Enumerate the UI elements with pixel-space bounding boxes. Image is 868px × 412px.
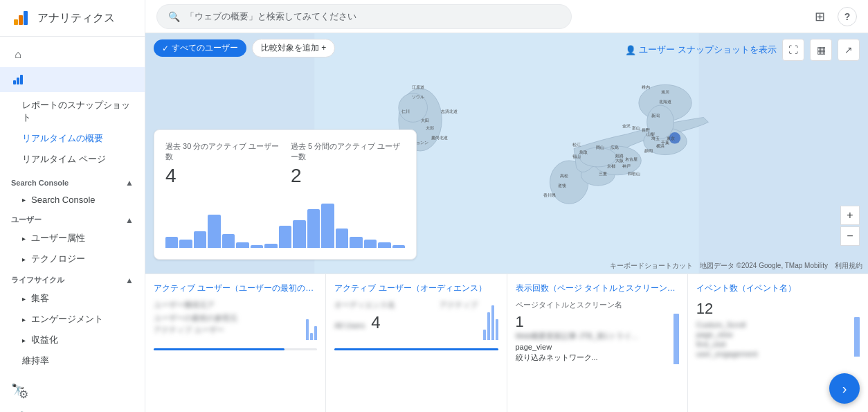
mini-bar-2 xyxy=(310,333,313,340)
svg-text:道後: 道後 xyxy=(558,183,566,188)
card2-value: All Users 4 xyxy=(334,313,477,332)
section-users-label: ユーザー xyxy=(11,215,42,225)
nav-technology-label: テクノロジー xyxy=(31,253,85,265)
svg-text:広島: 広島 xyxy=(611,145,619,150)
card3-title[interactable]: 表示回数（ページ タイトルとスクリーン名） xyxy=(516,283,679,294)
svg-text:富山: 富山 xyxy=(632,125,640,130)
stat-30min-label: 過去 30 分のアクティブ ユーザー数 xyxy=(165,141,280,162)
svg-text:仁川: 仁川 xyxy=(401,109,410,114)
nav-retention[interactable]: 維持率 xyxy=(0,350,145,371)
bar-3 xyxy=(194,231,206,248)
section-lifecycle-chevron[interactable]: ▲ xyxy=(125,276,134,285)
svg-rect-1 xyxy=(19,15,23,25)
main-content: 🔍 「ウェブの概要」と検索してみてください ⊞ ? ✓ すべてのユーザー 比較対… xyxy=(145,0,868,412)
svg-text:高松: 高松 xyxy=(560,173,568,178)
svg-rect-2 xyxy=(24,11,28,25)
card4-title[interactable]: イベント数（イベント名） xyxy=(696,283,860,294)
grid-view-button[interactable]: ▦ xyxy=(810,39,832,61)
nav-realtime-page[interactable]: リアルタイム ページ xyxy=(0,149,145,170)
topbar: 🔍 「ウェブの概要」と検索してみてください ⊞ ? xyxy=(145,0,868,33)
nav-user-attr[interactable]: ▸ ユーザー属性 xyxy=(0,228,145,249)
bar-17 xyxy=(392,245,405,248)
sidebar-item-home[interactable]: ⌂ xyxy=(0,42,145,67)
card2-count: 4 xyxy=(371,313,380,332)
zoom-in-button[interactable]: + xyxy=(840,206,860,225)
share-button[interactable]: ↗ xyxy=(838,39,860,61)
section-users-chevron[interactable]: ▲ xyxy=(125,215,134,225)
bar-8 xyxy=(264,244,277,248)
card1-title[interactable]: アクティブ ユーザー（ユーザーの最初の参照元▼） xyxy=(154,283,317,294)
nav-monetize-expand: ▸ xyxy=(22,337,26,344)
card1-label: ユーザー獲得元ア xyxy=(154,300,300,310)
card4-item3: first_visit xyxy=(696,340,826,348)
card3-item2[interactable]: page_view xyxy=(516,343,646,351)
grid-apps-button[interactable]: ⊞ xyxy=(807,4,832,29)
svg-text:大邱: 大邱 xyxy=(426,125,434,130)
svg-text:香川県: 香川県 xyxy=(543,192,556,197)
section-search-console-chevron[interactable]: ▲ xyxy=(125,178,134,188)
stat-30min: 過去 30 分のアクティブ ユーザー数 4 xyxy=(165,141,280,187)
bar-5 xyxy=(222,234,235,248)
card1-progress xyxy=(154,348,317,350)
stat-5min-label: 過去 5 分間のアクティブ ユーザー数 xyxy=(291,141,405,162)
stat-5min-value: 2 xyxy=(291,165,405,187)
snapshot-button[interactable]: 👤 ユーザー スナップショットを表示 xyxy=(625,44,777,56)
card3-bar xyxy=(673,314,679,364)
bar-11 xyxy=(307,209,320,248)
card4-item4: user_engagement xyxy=(696,350,826,358)
bar-10 xyxy=(293,220,305,248)
nav-monetize[interactable]: ▸ 収益化 xyxy=(0,330,145,350)
card-pageviews: 表示回数（ページ タイトルとスクリーン名） ページタイトルとスクリーン名 1 W… xyxy=(507,274,688,412)
nav-realtime-overview[interactable]: リアルタイムの概要 xyxy=(0,128,145,149)
map-controls: 👤 ユーザー スナップショットを表示 ⛶ ▦ ↗ xyxy=(625,39,860,61)
card2-bar1 xyxy=(483,330,486,340)
nav-search-console[interactable]: ▸ Search Console xyxy=(0,190,145,209)
card-active-users-audience: アクティブ ユーザー（オーディエンス） オーディエンス名 アクティブ All U… xyxy=(326,274,507,412)
nav-technology[interactable]: ▸ テクノロジー xyxy=(0,249,145,269)
reports-icon xyxy=(11,73,25,87)
nav-snapshots[interactable]: レポートのスナップショット xyxy=(0,95,145,128)
add-compare-button[interactable]: 比較対象を追加 + xyxy=(252,39,335,57)
fullscreen-button[interactable]: ⛶ xyxy=(782,39,804,61)
nav-engagement[interactable]: ▸ エンゲージメント xyxy=(0,309,145,330)
card3-col-page: ページタイトルとスクリーン名 xyxy=(516,301,622,309)
svg-text:長野: 長野 xyxy=(642,127,650,132)
card2-title[interactable]: アクティブ ユーザー（オーディエンス） xyxy=(334,283,498,294)
sidebar-reports-section[interactable] xyxy=(0,67,145,92)
card1-chart xyxy=(306,305,317,340)
svg-text:大田: 大田 xyxy=(421,118,429,123)
stats-row: 過去 30 分のアクティブ ユーザー数 4 過去 5 分間のアクティブ ユーザー… xyxy=(165,141,405,187)
snapshot-icon: 👤 xyxy=(625,45,636,55)
bar-4 xyxy=(208,215,220,248)
svg-text:松江: 松江 xyxy=(572,142,581,147)
zoom-out-button[interactable]: − xyxy=(840,226,860,246)
card2-bar3 xyxy=(491,305,494,340)
fab-button[interactable]: › xyxy=(829,373,860,404)
nav-realtime-overview-label: リアルタイムの概要 xyxy=(22,132,103,145)
svg-text:福山: 福山 xyxy=(572,154,581,159)
nav-user-attr-label: ユーザー属性 xyxy=(31,232,85,244)
bar-14 xyxy=(350,237,362,248)
svg-rect-5 xyxy=(20,75,23,84)
svg-text:ソウル: ソウル xyxy=(412,94,424,99)
svg-text:江原道: 江原道 xyxy=(412,84,424,89)
stats-card: 過去 30 分のアクティブ ユーザー数 4 過去 5 分間のアクティブ ユーザー… xyxy=(154,129,417,260)
home-icon: ⌂ xyxy=(11,48,25,62)
bar-7 xyxy=(251,245,263,248)
mini-bar-1 xyxy=(306,319,309,340)
bar-16 xyxy=(378,242,390,248)
card1-data1: ユーザーの最初の参照元 xyxy=(154,313,300,323)
ga-logo xyxy=(11,8,30,28)
svg-text:千葉: 千葉 xyxy=(661,140,669,145)
search-bar[interactable]: 🔍 「ウェブの概要」と検索してみてください xyxy=(156,4,572,29)
help-button[interactable]: ? xyxy=(838,7,857,26)
mini-bar-3 xyxy=(314,326,317,340)
sidebar-header: アナリティクス xyxy=(0,0,145,37)
card4-value-row: 12 xyxy=(696,300,826,318)
nav-search-console-expand: ▸ xyxy=(22,196,26,204)
segment-badge[interactable]: ✓ すべてのユーザー xyxy=(154,39,246,57)
nav-snapshots-label: レポートのスナップショット xyxy=(22,99,134,124)
nav-collect[interactable]: ▸ 集客 xyxy=(0,288,145,309)
card3-item3[interactable]: 絞り込みネットワーク... xyxy=(516,352,646,363)
nav-monetize-label: 収益化 xyxy=(31,334,58,346)
